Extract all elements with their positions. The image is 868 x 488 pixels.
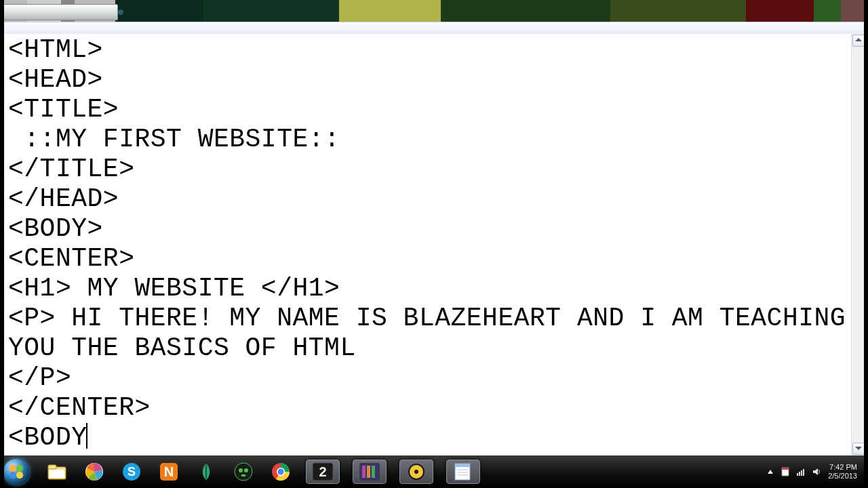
window-titlebar[interactable] [0,0,868,22]
svg-point-10 [244,468,248,472]
taskbar-chrome-icon[interactable] [269,460,293,484]
window-toolbar-strip [4,22,864,35]
tray-overflow-icon[interactable] [767,468,774,475]
taskbar-app-2-icon[interactable]: 2 [306,460,340,484]
taskbar-picasa-icon[interactable] [82,460,106,484]
text-cursor [86,423,87,449]
svg-rect-25 [455,464,470,467]
titlebar-artifact [27,5,66,16]
svg-point-9 [239,468,243,472]
taskbar-notepad-icon[interactable] [446,460,480,484]
taskbar[interactable]: SN2 7:42 PM 2/5/2013 [0,455,868,488]
svg-rect-35 [803,469,804,476]
text-editor-area[interactable]: <HTML> <HEAD> <TITLE> ::MY FIRST WEBSITE… [4,34,854,455]
scroll-down-button[interactable] [852,443,865,455]
svg-marker-36 [813,468,818,475]
volume-icon[interactable] [812,467,821,476]
vertical-scrollbar[interactable] [851,34,864,455]
action-center-icon[interactable] [781,467,790,476]
scroll-up-button[interactable] [852,35,865,47]
svg-rect-1 [48,465,56,469]
clock-date: 2/5/2013 [828,472,857,481]
network-icon[interactable] [796,467,806,476]
desktop-screen: <HTML> <HEAD> <TITLE> ::MY FIRST WEBSITE… [0,0,868,488]
letterbox-right [864,0,868,488]
svg-point-23 [414,470,418,474]
clock-time: 7:42 PM [828,463,857,472]
svg-rect-11 [241,474,245,476]
svg-rect-18 [362,466,366,478]
svg-point-14 [278,469,284,475]
svg-rect-34 [801,470,802,476]
svg-text:S: S [127,465,136,479]
editor-content[interactable]: <HTML> <HEAD> <TITLE> ::MY FIRST WEBSITE… [4,34,854,453]
svg-rect-2 [50,470,64,478]
svg-rect-32 [797,473,798,476]
taskbar-clock[interactable]: 7:42 PM 2/5/2013 [828,463,861,481]
taskbar-skull-app-icon[interactable] [231,460,256,484]
taskbar-nimbuzz-icon[interactable]: N [157,460,181,484]
system-tray[interactable]: 7:42 PM 2/5/2013 [767,455,861,488]
svg-text:N: N [164,464,174,479]
taskbar-explorer-icon[interactable] [45,460,69,484]
taskbar-leaf-app-icon[interactable] [194,460,218,484]
svg-marker-29 [768,470,773,474]
taskbar-skype-icon[interactable]: S [119,460,144,484]
svg-rect-20 [372,466,375,478]
taskbar-app-mixer-icon[interactable] [353,460,387,484]
svg-point-8 [235,463,252,481]
svg-rect-19 [367,466,370,478]
svg-rect-33 [799,472,800,476]
windows-orb-icon [3,459,29,485]
taskbar-icon-strip: SN2 [45,460,480,484]
tray-icons [781,467,821,476]
start-button[interactable] [0,455,33,488]
svg-text:2: 2 [319,464,326,479]
taskbar-app-disc-icon[interactable] [399,460,433,484]
letterbox-left [0,0,4,488]
titlebar-artifact-dot [118,9,123,15]
svg-rect-31 [782,468,789,470]
